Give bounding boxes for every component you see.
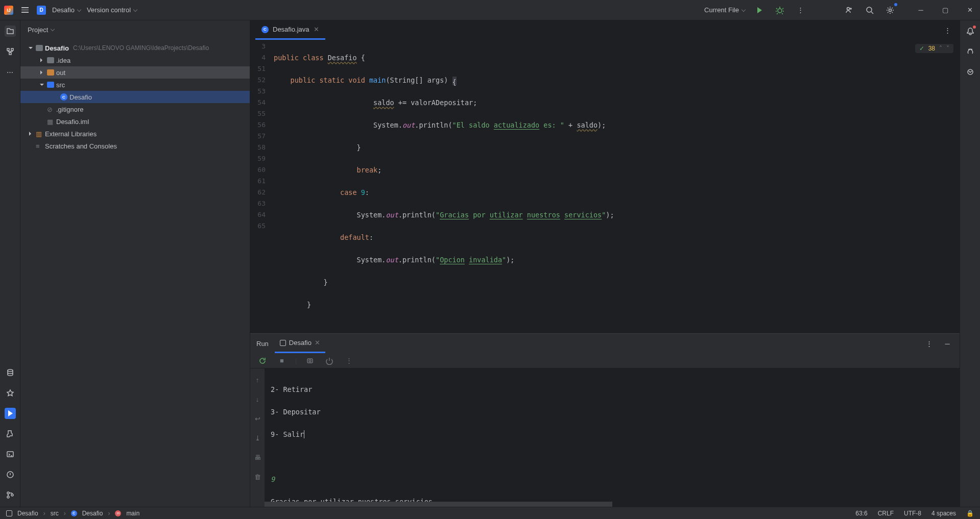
services-tool-button[interactable] — [5, 387, 16, 399]
expand-icon[interactable] — [28, 132, 34, 136]
file-encoding[interactable]: UTF-8 — [904, 510, 921, 517]
database-tool-button[interactable] — [5, 367, 16, 378]
run-config-dropdown[interactable]: Current File — [704, 6, 745, 14]
console-line: 9 — [271, 474, 953, 485]
vcs-tool-button[interactable] — [5, 489, 16, 501]
main-menu-button[interactable] — [19, 5, 31, 15]
project-tool-button[interactable] — [5, 26, 16, 37]
project-panel-header[interactable]: Project — [20, 20, 250, 39]
rerun-button[interactable] — [256, 355, 269, 367]
run-tool-button[interactable] — [5, 408, 16, 419]
maximize-button[interactable]: ▢ — [939, 4, 951, 16]
file-icon: ⊘ — [47, 106, 54, 113]
tree-external-libraries[interactable]: ▥ External Libraries — [20, 128, 250, 140]
expand-icon[interactable] — [39, 82, 45, 88]
tree-scratches[interactable]: ≡ Scratches and Consoles — [20, 140, 250, 152]
tree-label: Desafio — [69, 93, 92, 101]
expand-icon[interactable] — [39, 58, 45, 62]
code-with-me-button[interactable] — [843, 4, 855, 16]
soft-wrap-button[interactable]: ↩ — [251, 412, 264, 425]
print-button[interactable]: 🖶 — [251, 451, 264, 463]
indent-setting[interactable]: 4 spaces — [931, 510, 956, 517]
line-number: 59 — [250, 153, 266, 164]
run-tab[interactable]: Desafio ✕ — [275, 334, 325, 353]
exit-button[interactable] — [323, 355, 336, 367]
project-dropdown[interactable]: Desafio — [52, 6, 81, 14]
run-more-button[interactable]: ⋮ — [343, 355, 355, 367]
tree-item-desafio-class[interactable]: C Desafio — [20, 91, 250, 103]
problems-tool-button[interactable] — [5, 469, 16, 480]
code-editor[interactable]: ✓ 38 ˄ ˅ 3 4 51 52 53 54 55 56 57 58 59 … — [250, 40, 960, 333]
folder-icon — [36, 45, 43, 51]
structure-tool-button[interactable] — [5, 46, 16, 57]
folder-icon — [47, 82, 54, 88]
settings-button[interactable] — [884, 4, 896, 16]
editor-tab-desafio[interactable]: C Desafio.java ✕ — [255, 20, 325, 40]
more-actions-button[interactable]: ⋮ — [794, 4, 806, 16]
close-run-tab-button[interactable]: ✕ — [315, 339, 320, 347]
tree-root-path: C:\Users\LENOVO GAMING\IdeaProjects\Desa… — [73, 44, 209, 52]
line-number: 58 — [250, 142, 266, 153]
breadcrumb-src[interactable]: src — [51, 510, 59, 517]
breadcrumb-separator-icon: › — [43, 510, 45, 517]
ai-assistant-button[interactable] — [965, 46, 976, 57]
tree-item-idea[interactable]: .idea — [20, 54, 250, 66]
vcs-dropdown[interactable]: Version control — [87, 6, 137, 14]
line-number: 61 — [250, 176, 266, 187]
tree-item-out[interactable]: out — [20, 66, 250, 79]
copilot-button[interactable] — [965, 66, 976, 78]
dump-threads-button[interactable] — [304, 355, 316, 367]
left-tool-rail: ⋯ — [0, 20, 20, 507]
tree-label: out — [56, 69, 65, 77]
console-scrollbar[interactable] — [265, 502, 612, 507]
line-ending[interactable]: CRLF — [878, 510, 894, 517]
run-title: Run — [256, 340, 269, 348]
expand-icon[interactable] — [28, 45, 34, 51]
tree-root-name: Desafio — [45, 44, 69, 52]
debug-button[interactable] — [774, 4, 786, 16]
run-panel-more-button[interactable]: ⋮ — [923, 337, 935, 350]
svg-point-1 — [847, 7, 850, 10]
breadcrumb-class[interactable]: Desafio — [82, 510, 103, 517]
notifications-button[interactable] — [965, 26, 976, 37]
build-tool-button[interactable] — [5, 428, 16, 439]
class-icon: C — [261, 26, 269, 33]
breadcrumb-method[interactable]: main — [126, 510, 139, 517]
close-tab-button[interactable]: ✕ — [314, 26, 319, 33]
scroll-down-button[interactable]: ↓ — [251, 393, 264, 405]
scroll-up-button[interactable]: ↑ — [251, 374, 264, 386]
clear-console-button[interactable]: 🗑 — [251, 471, 264, 483]
close-window-button[interactable]: ✕ — [964, 4, 976, 16]
tree-item-gitignore[interactable]: ⊘ .gitignore — [20, 103, 250, 115]
run-button[interactable] — [753, 4, 766, 16]
expand-icon[interactable] — [39, 70, 45, 75]
line-number: 53 — [250, 86, 266, 97]
console-output[interactable]: 2- Retirar 3- Depositar 9- Salir 9 Graci… — [265, 368, 960, 507]
line-number: 3 — [250, 41, 266, 52]
project-tree[interactable]: Desafio C:\Users\LENOVO GAMING\IdeaProje… — [20, 39, 250, 507]
minimize-button[interactable]: ─ — [915, 4, 927, 16]
svg-point-14 — [309, 360, 311, 362]
readonly-toggle[interactable]: 🔒 — [966, 510, 974, 517]
editor-more-button[interactable]: ⋮ — [941, 24, 953, 36]
caret-position[interactable]: 63:6 — [855, 510, 867, 517]
tree-root[interactable]: Desafio C:\Users\LENOVO GAMING\IdeaProje… — [20, 42, 250, 54]
prev-highlight-button[interactable]: ˄ — [939, 45, 942, 52]
hide-run-panel-button[interactable]: ─ — [941, 337, 953, 350]
scroll-end-button[interactable]: ⤓ — [251, 432, 264, 444]
file-icon: ▦ — [47, 118, 54, 126]
next-highlight-button[interactable]: ˅ — [946, 45, 949, 52]
status-bar: Desafio › src › C Desafio › m main 63:6 … — [0, 507, 980, 519]
stop-button[interactable]: ■ — [276, 355, 288, 367]
tree-item-iml[interactable]: ▦ Desafio.iml — [20, 115, 250, 128]
search-button[interactable] — [864, 4, 876, 16]
more-tool-button[interactable]: ⋯ — [5, 66, 16, 78]
code-area[interactable]: public class Desafio { public static voi… — [274, 40, 960, 333]
tree-item-src[interactable]: src — [20, 79, 250, 91]
breadcrumb-project[interactable]: Desafio — [17, 510, 38, 517]
vcs-label: Version control — [87, 6, 131, 14]
terminal-tool-button[interactable] — [5, 449, 16, 460]
project-badge-icon: D — [37, 6, 46, 15]
svg-point-7 — [8, 369, 13, 372]
run-config-label: Current File — [704, 6, 739, 14]
